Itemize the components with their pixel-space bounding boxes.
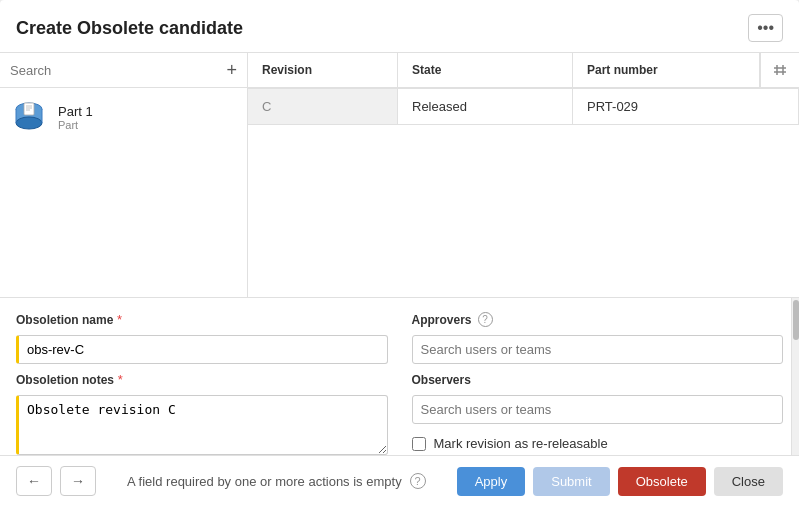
scrollbar xyxy=(791,298,799,455)
col-header-part-number: Part number xyxy=(573,53,760,87)
apply-button[interactable]: Apply xyxy=(457,467,526,496)
create-obsolete-modal: Create Obsolete candidate ••• + xyxy=(0,0,799,506)
modal-title: Create Obsolete candidate xyxy=(16,18,243,39)
forward-icon: → xyxy=(71,473,85,489)
obsoletion-name-input[interactable] xyxy=(16,335,388,364)
bottom-form-area: Obsoletion name * Obsoletion notes * App… xyxy=(0,297,799,455)
footer-center: A field required by one or more actions … xyxy=(127,473,426,489)
search-bar: + xyxy=(0,53,247,88)
submit-button[interactable]: Submit xyxy=(533,467,609,496)
warning-info-icon[interactable]: ? xyxy=(410,473,426,489)
cell-part-number: PRT-029 xyxy=(573,89,799,124)
scrollbar-thumb xyxy=(793,300,799,340)
part-name: Part 1 xyxy=(58,104,93,119)
re-releasable-label[interactable]: Mark revision as re-releasable xyxy=(434,436,608,451)
footer-left: ← → xyxy=(16,466,96,496)
table-body: C Released PRT-029 xyxy=(248,89,799,297)
approvers-label-row: Approvers ? xyxy=(412,312,784,327)
part-icon xyxy=(10,98,48,136)
approvers-help-icon[interactable]: ? xyxy=(478,312,493,327)
re-releasable-checkbox[interactable] xyxy=(412,437,426,451)
cell-revision: C xyxy=(248,89,398,124)
part-type: Part xyxy=(58,119,93,131)
obsoletion-notes-label: Obsoletion notes * xyxy=(16,372,388,387)
left-panel: + xyxy=(0,53,248,297)
part-info: Part 1 Part xyxy=(58,104,93,131)
table-row: C Released PRT-029 xyxy=(248,89,799,125)
obsolete-button[interactable]: Obsolete xyxy=(618,467,706,496)
close-button[interactable]: Close xyxy=(714,467,783,496)
obsoletion-name-label: Obsoletion name * xyxy=(16,312,388,327)
observers-search-input[interactable] xyxy=(412,395,784,424)
more-icon: ••• xyxy=(757,19,774,37)
obsoletion-notes-textarea[interactable] xyxy=(16,395,388,455)
re-releasable-row: Mark revision as re-releasable xyxy=(412,436,784,451)
col-header-state: State xyxy=(398,53,573,87)
modal-footer: ← → A field required by one or more acti… xyxy=(0,455,799,506)
forward-button[interactable]: → xyxy=(60,466,96,496)
modal-header: Create Obsolete candidate ••• xyxy=(0,0,799,53)
approvers-search-input[interactable] xyxy=(412,335,784,364)
footer-right: Apply Submit Obsolete Close xyxy=(457,467,783,496)
hash-icon xyxy=(760,53,799,87)
svg-rect-6 xyxy=(24,103,34,115)
cell-state: Released xyxy=(398,89,573,124)
search-input[interactable] xyxy=(10,63,218,78)
right-form: Approvers ? Observers Mark revision as r… xyxy=(412,312,784,455)
add-button[interactable]: + xyxy=(226,61,237,79)
observers-label: Observers xyxy=(412,372,784,387)
back-button[interactable]: ← xyxy=(16,466,52,496)
warning-text: A field required by one or more actions … xyxy=(127,474,402,489)
table-header: Revision State Part number xyxy=(248,53,799,89)
left-form: Obsoletion name * Obsoletion notes * xyxy=(16,312,388,455)
right-panel: Revision State Part number C Released P xyxy=(248,53,799,297)
more-options-button[interactable]: ••• xyxy=(748,14,783,42)
part-svg-icon xyxy=(10,98,48,136)
part-item: Part 1 Part xyxy=(0,88,247,146)
svg-point-2 xyxy=(16,117,42,129)
col-header-revision: Revision xyxy=(248,53,398,87)
modal-body: + xyxy=(0,53,799,297)
back-icon: ← xyxy=(27,473,41,489)
